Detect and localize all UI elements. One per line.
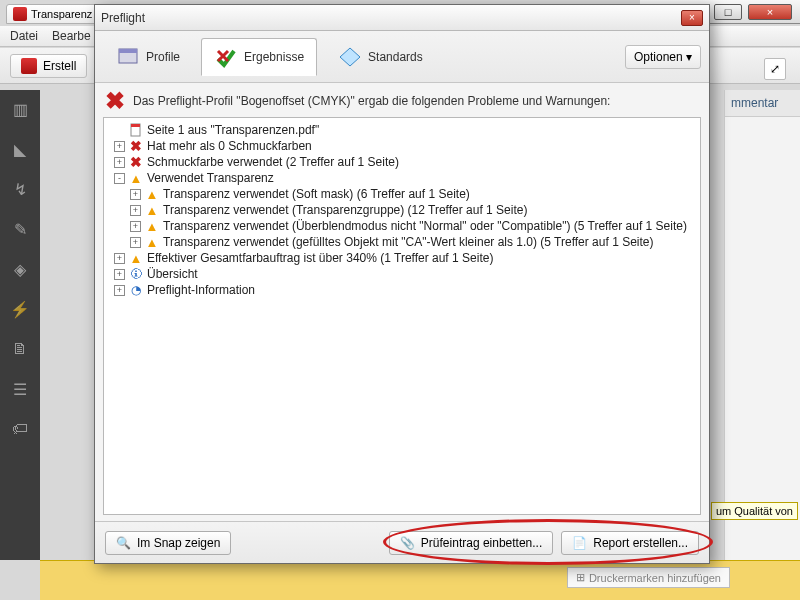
footer-action[interactable]: ⊞ Druckermarken hinzufügen [567,567,730,588]
plus-icon: ⊞ [576,571,585,584]
tree-node-label: Preflight-Information [147,283,255,297]
tab-profile-label: Profile [146,50,180,64]
tree-node-label: Übersicht [147,267,198,281]
outer-close-button[interactable]: × [748,4,792,20]
expand-panel-icon[interactable]: ⤢ [764,58,786,80]
tree-node[interactable]: +▲Effektiver Gesamtfarbauftrag ist über … [110,250,694,266]
tree-node[interactable]: +✖Hat mehr als 0 Schmuckfarben [110,138,694,154]
redx-icon: ✖ [129,139,143,153]
dialog-title: Preflight [101,11,145,25]
document-tab-label: Transparenz [31,8,92,20]
right-panel-header[interactable]: mmentar [725,90,800,117]
create-report-button[interactable]: 📄 Report erstellen... [561,531,699,555]
tree-node-label: Transparenz verwendet (Transparenzgruppe… [163,203,527,217]
summary-text: Das Preflight-Profil "Bogenoffset (CMYK)… [133,94,610,108]
summary-error-icon: ✖ [105,91,125,111]
svg-marker-2 [340,48,360,66]
left-tool-strip: ▥ ◣ ↯ ✎ ◈ ⚡ 🗎 ☰ 🏷 [0,90,40,560]
svg-rect-4 [131,124,140,127]
expander-icon[interactable]: + [114,141,125,152]
menu-edit[interactable]: Bearbe [52,29,91,43]
warn-icon: ▲ [129,171,143,185]
embed-audit-button[interactable]: 📎 Prüfeintrag einbetten... [389,531,553,555]
pdf-icon [13,7,27,21]
warn-icon: ▲ [145,219,159,233]
attachments-icon[interactable]: ↯ [10,180,30,200]
tab-standards[interactable]: Standards [325,38,436,76]
redx-icon: ✖ [129,155,143,169]
layers-icon[interactable]: ◈ [10,260,30,280]
expander-icon[interactable]: + [114,253,125,264]
paperclip-icon: 📎 [400,536,415,550]
standards-icon [338,45,362,69]
tree-node-label: Transparenz verwendet (Überblendmodus ni… [163,219,687,233]
footer-action-label: Druckermarken hinzufügen [589,572,721,584]
tree-node[interactable]: +▲Transparenz verwendet (gefülltes Objek… [110,234,694,250]
create-button[interactable]: Erstell [10,54,87,78]
create-report-label: Report erstellen... [593,536,688,550]
right-panel: mmentar um Qualität von [724,90,800,560]
magnifier-icon: 🔍 [116,536,131,550]
expander-icon[interactable]: + [114,285,125,296]
dialog-titlebar[interactable]: Preflight × [95,5,709,31]
signatures-icon[interactable]: ✎ [10,220,30,240]
tree-node[interactable]: Seite 1 aus "Transparenzen.pdf" [110,122,694,138]
tree-node-label: Verwendet Transparenz [147,171,274,185]
results-tree[interactable]: Seite 1 aus "Transparenzen.pdf"+✖Hat meh… [103,117,701,515]
dialog-close-button[interactable]: × [681,10,703,26]
expander-icon[interactable]: + [114,157,125,168]
tab-results[interactable]: Ergebnisse [201,38,317,76]
expander-icon[interactable]: + [130,237,141,248]
tree-node[interactable]: +▲Transparenz verwendet (Überblendmodus … [110,218,694,234]
tree-node-label: Schmuckfarbe verwendet (2 Treffer auf 1 … [147,155,399,169]
tree-node-label: Transparenz verwendet (Soft mask) (6 Tre… [163,187,470,201]
summary-row: ✖ Das Preflight-Profil "Bogenoffset (CMY… [95,83,709,117]
tag-icon[interactable]: 🏷 [10,420,30,440]
report-icon: 📄 [572,536,587,550]
tab-results-label: Ergebnisse [244,50,304,64]
outer-maximize-button[interactable]: □ [714,4,742,20]
expander-icon[interactable]: - [114,173,125,184]
tree-node[interactable]: +◔Preflight-Information [110,282,694,298]
page-icon [129,123,143,137]
tree-node[interactable]: +▲Transparenz verwendet (Transparenzgrup… [110,202,694,218]
expander-icon [114,125,125,136]
expander-icon[interactable]: + [130,205,141,216]
preflight-dialog: Preflight × Profile Ergebnisse Standards… [94,4,710,564]
warn-icon: ▲ [145,203,159,217]
info2-icon: ◔ [129,283,143,297]
dialog-tabbar: Profile Ergebnisse Standards Optionen ▾ [95,31,709,83]
thunder-icon[interactable]: ⚡ [10,300,30,320]
tab-standards-label: Standards [368,50,423,64]
status-footer: ⊞ Druckermarken hinzufügen [40,560,800,600]
expander-icon[interactable]: + [130,189,141,200]
bookmarks-icon[interactable]: ◣ [10,140,30,160]
options-label: Optionen [634,50,683,64]
tree-node[interactable]: -▲Verwendet Transparenz [110,170,694,186]
tab-profile[interactable]: Profile [103,38,193,76]
expander-icon[interactable]: + [114,269,125,280]
tree-node-label: Effektiver Gesamtfarbauftrag ist über 34… [147,251,493,265]
tree-node[interactable]: +🛈Übersicht [110,266,694,282]
pages-icon[interactable]: ▥ [10,100,30,120]
tree-node[interactable]: +✖Schmuckfarbe verwendet (2 Treffer auf … [110,154,694,170]
tree-node-label: Hat mehr als 0 Schmuckfarben [147,139,312,153]
warn-icon: ▲ [129,251,143,265]
warn-icon: ▲ [145,235,159,249]
right-panel-tooltip: um Qualität von [711,502,798,520]
menu-file[interactable]: Datei [10,29,38,43]
embed-audit-label: Prüfeintrag einbetten... [421,536,542,550]
tree-node-label: Seite 1 aus "Transparenzen.pdf" [147,123,319,137]
create-button-label: Erstell [43,59,76,73]
options-button[interactable]: Optionen ▾ [625,45,701,69]
document-tab[interactable]: Transparenz [6,4,103,24]
document-icon[interactable]: 🗎 [10,340,30,360]
list-icon[interactable]: ☰ [10,380,30,400]
chevron-down-icon: ▾ [686,50,692,64]
svg-rect-1 [119,49,137,53]
expander-icon[interactable]: + [130,221,141,232]
show-in-snap-button[interactable]: 🔍 Im Snap zeigen [105,531,231,555]
warn-icon: ▲ [145,187,159,201]
tree-node[interactable]: +▲Transparenz verwendet (Soft mask) (6 T… [110,186,694,202]
profile-icon [116,45,140,69]
